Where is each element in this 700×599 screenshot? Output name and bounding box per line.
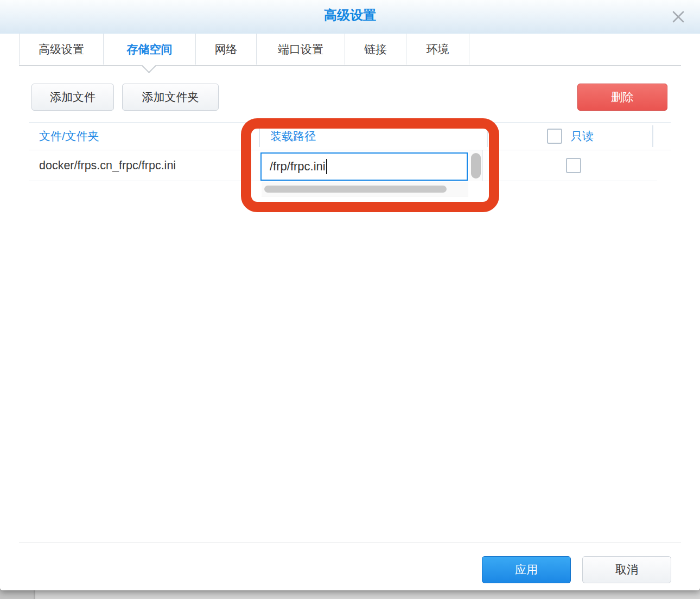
readonly-cell: [566, 158, 581, 173]
tab-network[interactable]: 网络: [195, 34, 256, 65]
readonly-select-all-checkbox[interactable]: [547, 129, 562, 144]
mount-path-input[interactable]: /frp/frpc.ini: [260, 152, 468, 181]
horizontal-scrollbar-thumb[interactable]: [264, 186, 447, 193]
close-icon[interactable]: [670, 8, 687, 26]
dialog-header: 高级设置: [0, 0, 700, 34]
column-header-readonly: 只读: [547, 123, 594, 150]
readonly-checkbox[interactable]: [566, 158, 581, 173]
dialog-title: 高级设置: [0, 0, 700, 34]
tab-links[interactable]: 链接: [345, 34, 406, 65]
desktop-background-left: [0, 589, 34, 599]
column-header-mount-path[interactable]: 装载路径: [270, 123, 316, 150]
column-header-file[interactable]: 文件/文件夹: [39, 123, 99, 150]
column-divider: [259, 125, 260, 147]
advanced-settings-dialog: 高级设置 高级设置 存储空间 网络 端口设置 链接 环境 添加文件 添加文件夹 …: [0, 0, 700, 590]
column-divider: [652, 125, 653, 147]
table-header: 文件/文件夹 装载路径 只读: [29, 122, 671, 150]
tab-bar: 高级设置 存储空间 网络 端口设置 链接 环境: [19, 34, 469, 65]
desktop-background-divider: [34, 589, 35, 599]
tab-environment[interactable]: 环境: [406, 34, 469, 65]
tab-advanced-settings[interactable]: 高级设置: [19, 34, 103, 65]
mount-path-value: /frp/frpc.ini: [270, 160, 326, 174]
text-caret: [326, 159, 327, 174]
apply-button[interactable]: 应用: [482, 556, 571, 583]
delete-button[interactable]: 删除: [577, 84, 667, 111]
readonly-header-label[interactable]: 只读: [571, 129, 594, 144]
vertical-scrollbar[interactable]: [469, 150, 483, 181]
cancel-button[interactable]: 取消: [582, 556, 671, 583]
tab-port-settings[interactable]: 端口设置: [256, 34, 345, 65]
add-folder-button[interactable]: 添加文件夹: [122, 84, 219, 111]
add-file-button[interactable]: 添加文件: [31, 84, 114, 111]
file-path-cell: docker/frps.cn_frpc/frpc.ini: [39, 150, 176, 181]
vertical-scrollbar-thumb[interactable]: [471, 153, 481, 179]
horizontal-scrollbar[interactable]: [262, 182, 468, 196]
column-divider: [487, 125, 488, 147]
tab-bar-underline: [19, 65, 681, 66]
footer-divider: [19, 543, 681, 543]
